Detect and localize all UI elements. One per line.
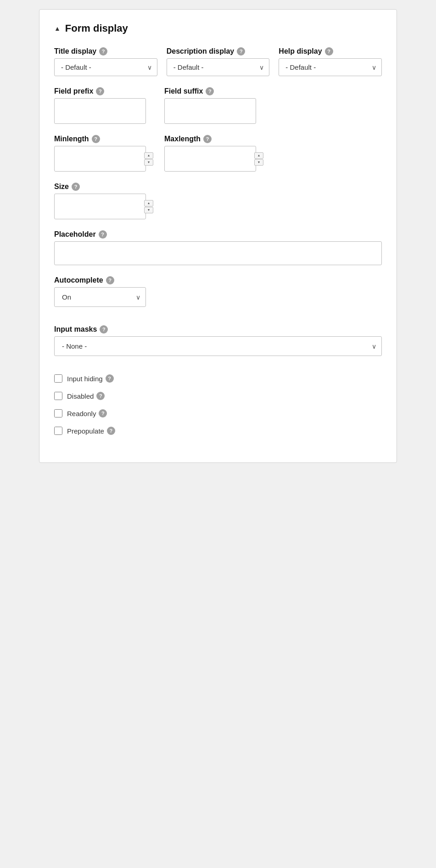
description-display-select-wrapper: - Default - Above Below Hidden ∨	[167, 58, 270, 76]
help-display-label: Help display ?	[279, 47, 382, 56]
autocomplete-group: Autocomplete ? On Off ∨	[54, 276, 155, 307]
disabled-row: Disabled ?	[54, 392, 382, 400]
field-prefix-group: Field prefix ?	[54, 87, 155, 124]
display-options-row: Title display ? - Default - Above Inline…	[54, 47, 382, 76]
prepopulate-checkbox[interactable]	[54, 427, 62, 435]
size-input[interactable]	[54, 194, 146, 219]
field-suffix-help-icon[interactable]: ?	[206, 87, 214, 95]
prepopulate-label: Prepopulate ?	[67, 427, 115, 435]
autocomplete-label: Autocomplete ?	[54, 276, 155, 284]
size-label: Size ?	[54, 183, 155, 191]
maxlength-help-icon[interactable]: ?	[203, 135, 212, 143]
form-display-container: ▲ Form display Title display ? - Default…	[39, 9, 397, 463]
spacer-1	[54, 318, 382, 325]
autocomplete-row: Autocomplete ? On Off ∨	[54, 276, 382, 307]
size-row: Size ? ▴ ▾	[54, 183, 382, 219]
maxlength-spinners: ▴ ▾	[254, 152, 263, 166]
minmax-row: Minlength ? ▴ ▾ Maxlength ? ▴ ▾	[54, 135, 382, 172]
help-display-select-wrapper: - Default - Above Below Hidden ∨	[279, 58, 382, 76]
title-display-select-wrapper: - Default - Above Inline Hidden ∨	[54, 58, 157, 76]
collapse-icon[interactable]: ▲	[54, 25, 61, 32]
input-hiding-checkbox[interactable]	[54, 374, 62, 383]
description-display-label: Description display ?	[167, 47, 270, 56]
readonly-help-icon[interactable]: ?	[99, 409, 107, 417]
description-display-select[interactable]: - Default - Above Below Hidden	[167, 58, 270, 76]
input-masks-select[interactable]: - None - Date Phone Zip Code	[54, 336, 382, 356]
minlength-input[interactable]	[54, 146, 146, 172]
maxlength-label: Maxlength ?	[164, 135, 265, 143]
size-help-icon[interactable]: ?	[72, 183, 80, 191]
field-prefix-label: Field prefix ?	[54, 87, 155, 95]
title-display-group: Title display ? - Default - Above Inline…	[54, 47, 157, 76]
field-suffix-group: Field suffix ?	[164, 87, 265, 124]
readonly-checkbox[interactable]	[54, 409, 62, 417]
disabled-checkbox[interactable]	[54, 392, 62, 400]
size-input-wrapper: ▴ ▾	[54, 194, 155, 219]
placeholder-label: Placeholder ?	[54, 230, 382, 239]
autocomplete-help-icon[interactable]: ?	[106, 276, 114, 284]
title-display-label: Title display ?	[54, 47, 157, 56]
placeholder-input[interactable]	[54, 241, 382, 265]
title-display-help-icon[interactable]: ?	[99, 47, 107, 56]
field-prefix-help-icon[interactable]: ?	[96, 87, 104, 95]
size-decrement-button[interactable]: ▾	[144, 207, 153, 213]
size-group: Size ? ▴ ▾	[54, 183, 155, 219]
prepopulate-help-icon[interactable]: ?	[107, 427, 115, 435]
autocomplete-select-wrapper: On Off ∨	[54, 287, 146, 307]
field-suffix-label: Field suffix ?	[164, 87, 265, 95]
help-display-help-icon[interactable]: ?	[325, 47, 333, 56]
minlength-increment-button[interactable]: ▴	[144, 152, 153, 159]
input-masks-row: Input masks ? - None - Date Phone Zip Co…	[54, 325, 382, 356]
help-display-group: Help display ? - Default - Above Below H…	[279, 47, 382, 76]
field-prefix-input[interactable]	[54, 98, 146, 124]
size-increment-button[interactable]: ▴	[144, 200, 153, 206]
input-hiding-help-icon[interactable]: ?	[106, 374, 114, 383]
minlength-group: Minlength ? ▴ ▾	[54, 135, 155, 172]
maxlength-decrement-button[interactable]: ▾	[254, 159, 263, 166]
section-title: Form display	[65, 22, 128, 34]
input-masks-label: Input masks ?	[54, 325, 382, 334]
prefix-suffix-row: Field prefix ? Field suffix ?	[54, 87, 382, 124]
disabled-help-icon[interactable]: ?	[96, 392, 105, 400]
input-masks-group: Input masks ? - None - Date Phone Zip Co…	[54, 325, 382, 356]
input-hiding-row: Input hiding ?	[54, 374, 382, 383]
description-display-help-icon[interactable]: ?	[237, 47, 245, 56]
maxlength-input-wrapper: ▴ ▾	[164, 146, 265, 172]
minlength-decrement-button[interactable]: ▾	[144, 159, 153, 166]
maxlength-input[interactable]	[164, 146, 256, 172]
minlength-spinners: ▴ ▾	[144, 152, 153, 166]
maxlength-increment-button[interactable]: ▴	[254, 152, 263, 159]
placeholder-help-icon[interactable]: ?	[99, 230, 107, 239]
disabled-label: Disabled ?	[67, 392, 105, 400]
spacer-2	[54, 367, 382, 374]
field-suffix-input[interactable]	[164, 98, 256, 124]
size-spinners: ▴ ▾	[144, 200, 153, 213]
placeholder-group: Placeholder ?	[54, 230, 382, 265]
minlength-input-wrapper: ▴ ▾	[54, 146, 155, 172]
description-display-group: Description display ? - Default - Above …	[167, 47, 270, 76]
help-display-select[interactable]: - Default - Above Below Hidden	[279, 58, 382, 76]
placeholder-row: Placeholder ?	[54, 230, 382, 265]
autocomplete-select[interactable]: On Off	[54, 287, 146, 307]
prepopulate-row: Prepopulate ?	[54, 427, 382, 435]
maxlength-group: Maxlength ? ▴ ▾	[164, 135, 265, 172]
title-display-select[interactable]: - Default - Above Inline Hidden	[54, 58, 157, 76]
input-masks-help-icon[interactable]: ?	[100, 325, 108, 334]
readonly-row: Readonly ?	[54, 409, 382, 417]
readonly-label: Readonly ?	[67, 409, 107, 417]
input-hiding-label: Input hiding ?	[67, 374, 114, 383]
section-header: ▲ Form display	[54, 22, 382, 34]
minlength-help-icon[interactable]: ?	[92, 135, 100, 143]
minlength-label: Minlength ?	[54, 135, 155, 143]
input-masks-select-wrapper: - None - Date Phone Zip Code ∨	[54, 336, 382, 356]
